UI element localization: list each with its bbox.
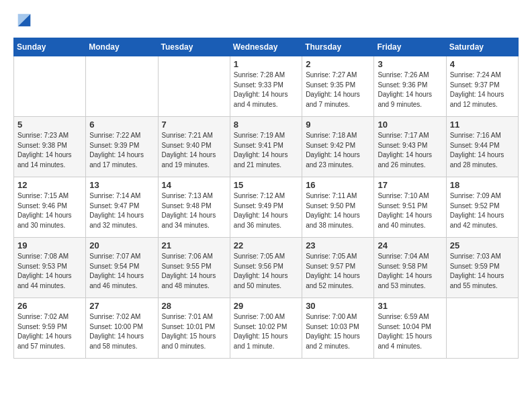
cell-content: Sunrise: 7:27 AMSunset: 9:35 PMDaylight:… bbox=[306, 71, 370, 109]
calendar-cell: 5Sunrise: 7:23 AMSunset: 9:38 PMDaylight… bbox=[14, 117, 86, 177]
calendar-cell: 6Sunrise: 7:22 AMSunset: 9:39 PMDaylight… bbox=[86, 117, 158, 177]
day-number: 23 bbox=[306, 240, 370, 250]
cell-content: Sunrise: 7:05 AMSunset: 9:57 PMDaylight:… bbox=[306, 252, 370, 291]
calendar-cell: 7Sunrise: 7:21 AMSunset: 9:40 PMDaylight… bbox=[158, 117, 230, 177]
calendar-cell: 26Sunrise: 7:02 AMSunset: 9:59 PMDayligh… bbox=[14, 298, 86, 359]
weekday-header-saturday: Saturday bbox=[446, 38, 518, 56]
cell-content: Sunrise: 7:00 AMSunset: 10:02 PMDaylight… bbox=[234, 312, 298, 351]
day-number: 7 bbox=[162, 120, 226, 130]
day-number: 15 bbox=[234, 180, 298, 190]
cell-content: Sunrise: 7:04 AMSunset: 9:58 PMDaylight:… bbox=[378, 252, 442, 291]
calendar-cell: 11Sunrise: 7:16 AMSunset: 9:44 PMDayligh… bbox=[446, 117, 518, 177]
calendar-cell: 10Sunrise: 7:17 AMSunset: 9:43 PMDayligh… bbox=[374, 117, 446, 177]
calendar-week-row: 26Sunrise: 7:02 AMSunset: 9:59 PMDayligh… bbox=[14, 298, 519, 359]
day-number: 1 bbox=[234, 59, 298, 69]
weekday-header-thursday: Thursday bbox=[302, 38, 374, 56]
cell-content: Sunrise: 7:28 AMSunset: 9:33 PMDaylight:… bbox=[234, 71, 298, 109]
day-number: 4 bbox=[450, 59, 515, 69]
day-number: 16 bbox=[306, 180, 370, 190]
day-number: 17 bbox=[378, 180, 442, 190]
day-number: 6 bbox=[89, 120, 154, 130]
day-number: 12 bbox=[17, 180, 82, 190]
day-number: 29 bbox=[234, 301, 298, 311]
cell-content: Sunrise: 7:06 AMSunset: 9:55 PMDaylight:… bbox=[162, 252, 226, 291]
day-number: 24 bbox=[378, 240, 442, 250]
calendar-cell: 25Sunrise: 7:03 AMSunset: 9:59 PMDayligh… bbox=[446, 238, 518, 298]
calendar-cell: 30Sunrise: 7:00 AMSunset: 10:03 PMDaylig… bbox=[302, 298, 374, 359]
logo bbox=[13, 11, 34, 30]
day-number: 9 bbox=[306, 120, 370, 130]
calendar-cell: 31Sunrise: 6:59 AMSunset: 10:04 PMDaylig… bbox=[374, 298, 446, 359]
calendar-cell: 16Sunrise: 7:11 AMSunset: 9:50 PMDayligh… bbox=[302, 177, 374, 238]
calendar-cell: 2Sunrise: 7:27 AMSunset: 9:35 PMDaylight… bbox=[302, 56, 374, 117]
calendar-week-row: 5Sunrise: 7:23 AMSunset: 9:38 PMDaylight… bbox=[14, 117, 519, 177]
calendar-cell: 29Sunrise: 7:00 AMSunset: 10:02 PMDaylig… bbox=[230, 298, 302, 359]
day-number: 10 bbox=[378, 120, 442, 130]
calendar-cell bbox=[14, 56, 86, 117]
cell-content: Sunrise: 7:05 AMSunset: 9:56 PMDaylight:… bbox=[234, 252, 298, 291]
cell-content: Sunrise: 7:00 AMSunset: 10:03 PMDaylight… bbox=[306, 312, 370, 351]
calendar-cell: 22Sunrise: 7:05 AMSunset: 9:56 PMDayligh… bbox=[230, 238, 302, 298]
cell-content: Sunrise: 7:11 AMSunset: 9:50 PMDaylight:… bbox=[306, 191, 370, 230]
cell-content: Sunrise: 7:10 AMSunset: 9:51 PMDaylight:… bbox=[378, 191, 442, 230]
calendar-week-row: 12Sunrise: 7:15 AMSunset: 9:46 PMDayligh… bbox=[14, 177, 519, 238]
page-container: SundayMondayTuesdayWednesdayThursdayFrid… bbox=[0, 0, 532, 369]
cell-content: Sunrise: 7:13 AMSunset: 9:48 PMDaylight:… bbox=[162, 191, 226, 230]
day-number: 14 bbox=[162, 180, 226, 190]
calendar-week-row: 19Sunrise: 7:08 AMSunset: 9:53 PMDayligh… bbox=[14, 238, 519, 298]
calendar-cell: 9Sunrise: 7:18 AMSunset: 9:42 PMDaylight… bbox=[302, 117, 374, 177]
cell-content: Sunrise: 7:26 AMSunset: 9:36 PMDaylight:… bbox=[378, 71, 442, 109]
day-number: 20 bbox=[89, 240, 154, 250]
header-row: SundayMondayTuesdayWednesdayThursdayFrid… bbox=[14, 38, 519, 56]
day-number: 26 bbox=[17, 301, 82, 311]
cell-content: Sunrise: 7:19 AMSunset: 9:41 PMDaylight:… bbox=[234, 131, 298, 170]
cell-content: Sunrise: 7:23 AMSunset: 9:38 PMDaylight:… bbox=[17, 131, 82, 170]
cell-content: Sunrise: 7:21 AMSunset: 9:40 PMDaylight:… bbox=[162, 131, 226, 170]
calendar-cell: 28Sunrise: 7:01 AMSunset: 10:01 PMDaylig… bbox=[158, 298, 230, 359]
weekday-header-monday: Monday bbox=[86, 38, 158, 56]
day-number: 13 bbox=[89, 180, 154, 190]
logo-icon bbox=[15, 11, 34, 30]
day-number: 22 bbox=[234, 240, 298, 250]
day-number: 27 bbox=[89, 301, 154, 311]
calendar-week-row: 1Sunrise: 7:28 AMSunset: 9:33 PMDaylight… bbox=[14, 56, 519, 117]
calendar-cell: 24Sunrise: 7:04 AMSunset: 9:58 PMDayligh… bbox=[374, 238, 446, 298]
calendar-cell: 1Sunrise: 7:28 AMSunset: 9:33 PMDaylight… bbox=[230, 56, 302, 117]
calendar-cell: 18Sunrise: 7:09 AMSunset: 9:52 PMDayligh… bbox=[446, 177, 518, 238]
day-number: 8 bbox=[234, 120, 298, 130]
day-number: 3 bbox=[378, 59, 442, 69]
weekday-header-friday: Friday bbox=[374, 38, 446, 56]
cell-content: Sunrise: 7:02 AMSunset: 9:59 PMDaylight:… bbox=[17, 312, 82, 351]
day-number: 31 bbox=[378, 301, 442, 311]
day-number: 5 bbox=[17, 120, 82, 130]
day-number: 11 bbox=[450, 120, 515, 130]
calendar-table: SundayMondayTuesdayWednesdayThursdayFrid… bbox=[13, 38, 519, 359]
day-number: 21 bbox=[162, 240, 226, 250]
weekday-header-sunday: Sunday bbox=[14, 38, 86, 56]
cell-content: Sunrise: 7:03 AMSunset: 9:59 PMDaylight:… bbox=[450, 252, 515, 291]
weekday-header-tuesday: Tuesday bbox=[158, 38, 230, 56]
weekday-header-wednesday: Wednesday bbox=[230, 38, 302, 56]
cell-content: Sunrise: 7:01 AMSunset: 10:01 PMDaylight… bbox=[162, 312, 226, 351]
cell-content: Sunrise: 7:07 AMSunset: 9:54 PMDaylight:… bbox=[89, 252, 154, 291]
calendar-cell: 27Sunrise: 7:02 AMSunset: 10:00 PMDaylig… bbox=[86, 298, 158, 359]
cell-content: Sunrise: 7:24 AMSunset: 9:37 PMDaylight:… bbox=[450, 71, 515, 109]
cell-content: Sunrise: 7:18 AMSunset: 9:42 PMDaylight:… bbox=[306, 131, 370, 170]
cell-content: Sunrise: 6:59 AMSunset: 10:04 PMDaylight… bbox=[378, 312, 442, 351]
cell-content: Sunrise: 7:16 AMSunset: 9:44 PMDaylight:… bbox=[450, 131, 515, 170]
cell-content: Sunrise: 7:09 AMSunset: 9:52 PMDaylight:… bbox=[450, 191, 515, 230]
day-number: 28 bbox=[162, 301, 226, 311]
cell-content: Sunrise: 7:08 AMSunset: 9:53 PMDaylight:… bbox=[17, 252, 82, 291]
page-header bbox=[13, 11, 519, 30]
day-number: 18 bbox=[450, 180, 515, 190]
cell-content: Sunrise: 7:12 AMSunset: 9:49 PMDaylight:… bbox=[234, 191, 298, 230]
day-number: 30 bbox=[306, 301, 370, 311]
calendar-cell: 12Sunrise: 7:15 AMSunset: 9:46 PMDayligh… bbox=[14, 177, 86, 238]
day-number: 2 bbox=[306, 59, 370, 69]
calendar-cell: 20Sunrise: 7:07 AMSunset: 9:54 PMDayligh… bbox=[86, 238, 158, 298]
calendar-cell bbox=[446, 298, 518, 359]
calendar-cell: 13Sunrise: 7:14 AMSunset: 9:47 PMDayligh… bbox=[86, 177, 158, 238]
calendar-cell bbox=[158, 56, 230, 117]
calendar-cell: 3Sunrise: 7:26 AMSunset: 9:36 PMDaylight… bbox=[374, 56, 446, 117]
cell-content: Sunrise: 7:02 AMSunset: 10:00 PMDaylight… bbox=[89, 312, 154, 351]
